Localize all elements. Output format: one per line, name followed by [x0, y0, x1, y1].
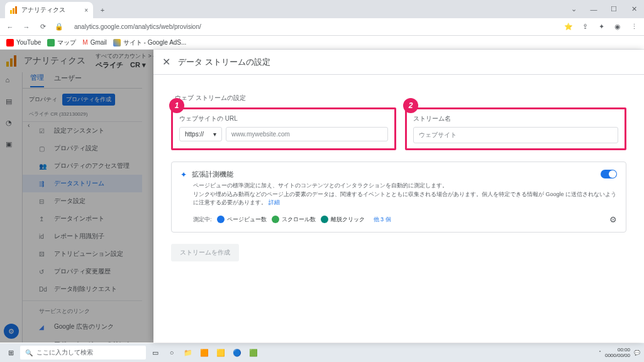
bookmark-adsense[interactable]: サイト - Google AdS... [113, 38, 187, 47]
more-link[interactable]: 他 3 個 [374, 216, 391, 224]
close-window-icon[interactable]: ✕ [624, 0, 644, 18]
chevron-down-icon[interactable]: ⌄ [564, 0, 584, 18]
address-bar[interactable]: analytics.google.com/analytics/web/provi… [70, 23, 557, 30]
browser-tab-strip: アナリティクス × + ⌄ — ☐ ✕ [0, 0, 644, 18]
annotation-badge-2: 2 [403, 98, 418, 113]
enhanced-description: ページビューの標準測定に加え、サイトのコンテンツとのインタラクションを自動的に測… [180, 182, 617, 207]
start-icon[interactable]: ⊞ [4, 346, 18, 359]
bookmark-gmail[interactable]: MGmail [82, 39, 106, 46]
create-stream-button[interactable]: ストリームを作成 [171, 244, 239, 261]
profile-icon[interactable]: ◉ [613, 23, 623, 31]
svg-rect-2 [15, 6, 17, 14]
url-input[interactable]: www.mywebsite.com [226, 127, 388, 141]
svg-rect-0 [10, 10, 12, 14]
chevron-down-icon: ▾ [213, 131, 216, 138]
chrome-icon[interactable]: 🔵 [230, 346, 244, 359]
app-icon-2[interactable]: 🟨 [214, 346, 228, 359]
enhanced-measurement-card: ✦ 拡張計測機能 ページビューの標準測定に加え、サイトのコンテンツとのインタラク… [171, 162, 626, 233]
notifications-icon[interactable]: 💬 [634, 350, 640, 356]
menu-icon[interactable]: ⋮ [629, 23, 639, 31]
protocol-select[interactable]: https://▾ [179, 127, 222, 141]
details-link[interactable]: 詳細 [269, 199, 280, 206]
extensions-icon[interactable]: ✦ [596, 23, 606, 31]
scroll-icon [272, 216, 279, 223]
task-view-icon[interactable]: ▭ [148, 346, 162, 359]
explorer-icon[interactable]: 📁 [181, 346, 195, 359]
name-label: ストリーム名 [413, 114, 618, 123]
url-field-group: 1 ウェブサイトの URL https://▾ www.mywebsite.co… [171, 107, 396, 150]
chip-pageviews: ページビュー数 [217, 216, 267, 224]
tray-chevron-icon[interactable]: ˄ [599, 350, 601, 356]
browser-tab[interactable]: アナリティクス × [5, 2, 93, 18]
name-field-group: 2 ストリーム名 ウェブサイト [405, 107, 626, 150]
new-tab-button[interactable]: + [96, 3, 109, 17]
enhanced-title: 拡張計測機能 [192, 170, 233, 179]
sparkle-icon: ✦ [180, 170, 187, 179]
stream-name-input[interactable]: ウェブサイト [413, 127, 618, 143]
lock-icon: 🔒 [54, 23, 64, 31]
measuring-label: 測定中: [193, 216, 212, 224]
cortana-icon[interactable]: ○ [165, 346, 179, 359]
bookmarks-bar: YouTube マップ MGmail サイト - Google AdS... [0, 36, 644, 50]
minimize-icon[interactable]: — [584, 0, 604, 18]
app-icon-3[interactable]: 🟩 [247, 346, 260, 359]
close-modal-icon[interactable]: ✕ [162, 56, 170, 68]
url-label: ウェブサイトの URL [179, 114, 388, 123]
share-icon[interactable]: ⇪ [580, 23, 590, 31]
tab-title: アナリティクス [21, 6, 65, 14]
translate-icon[interactable]: ⭐ [564, 23, 574, 31]
forward-icon[interactable]: → [21, 23, 31, 31]
clock-date: 0000/00/00 [605, 353, 630, 358]
enhanced-toggle[interactable] [601, 170, 617, 178]
maximize-icon[interactable]: ☐ [604, 0, 624, 18]
svg-rect-1 [13, 8, 14, 14]
chip-outbound: 離脱クリック [321, 216, 365, 224]
section-label: ウェブ ストリームの設定 [171, 94, 626, 102]
chip-scrolls: スクロール数 [272, 216, 316, 224]
gear-icon[interactable]: ⚙ [609, 215, 617, 224]
taskbar-search[interactable]: 🔍ここに入力して検索 [20, 346, 146, 359]
window-controls: ⌄ — ☐ ✕ [564, 0, 644, 18]
stream-settings-modal: ✕ データ ストリームの設定 ウェブ ストリームの設定 1 ウェブサイトの UR… [153, 50, 644, 343]
bookmark-maps[interactable]: マップ [47, 38, 76, 47]
windows-taskbar: ⊞ 🔍ここに入力して検索 ▭ ○ 📁 🟧 🟨 🔵 🟩 ˄ 00:00 0000/… [0, 343, 644, 362]
annotation-badge-1: 1 [169, 98, 184, 113]
eye-icon [217, 216, 225, 223]
click-icon [321, 216, 328, 223]
clock-time: 00:00 [605, 347, 630, 353]
reload-icon[interactable]: ⟳ [38, 23, 48, 31]
back-icon[interactable]: ← [5, 23, 15, 31]
browser-toolbar: ← → ⟳ 🔒 analytics.google.com/analytics/w… [0, 18, 644, 36]
close-icon[interactable]: × [84, 7, 88, 14]
modal-title: データ ストリームの設定 [178, 57, 270, 68]
app-icon-1[interactable]: 🟧 [197, 346, 211, 359]
bookmark-youtube[interactable]: YouTube [6, 39, 41, 47]
ga-favicon [10, 6, 18, 14]
search-icon: 🔍 [25, 349, 33, 356]
